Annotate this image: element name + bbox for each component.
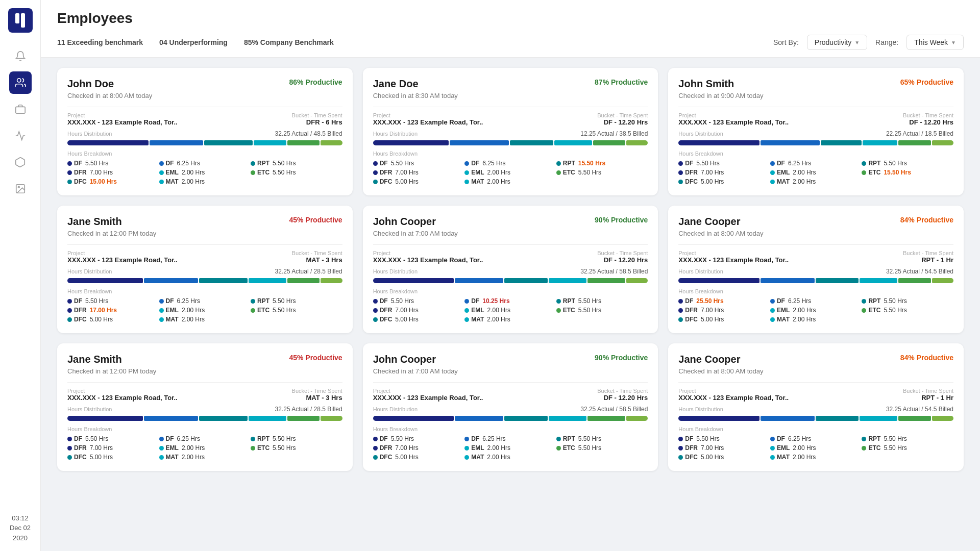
breakdown-item: DF 10.25 Hrs [464,297,556,305]
card-header: John Smith 65% Productive [678,78,953,90]
project-value-row: XXX.XXX - 123 Example Road, Tor.. DF - 1… [678,118,953,126]
breakdown-item: DFC 5.00 Hrs [678,178,770,185]
sidebar-item-analytics[interactable] [9,124,32,147]
hours-dist-label: Hours Distribution [678,406,723,412]
project-row: Project Bucket - Time Spent [373,112,648,118]
project-name: XXX.XXX - 123 Example Road, Tor.. [373,256,483,264]
project-row: Project Bucket - Time Spent [67,250,342,256]
breakdown-item: DFC 5.00 Hrs [373,316,465,323]
project-name: XXX.XXX - 123 Example Road, Tor.. [678,118,789,126]
project-name: XXX.XXX - 123 Example Road, Tor.. [373,394,483,402]
hours-progress-bar [67,278,342,283]
project-row: Project Bucket - Time Spent [67,388,342,394]
breakdown-item: DFC 5.00 Hrs [67,316,159,323]
underperforming-count: 04 [159,38,167,46]
breakdown-item: ETC 15.50 Hrs [862,169,953,176]
breakdown-item: ETC 5.50 Hrs [251,444,342,452]
breakdown-label: Hours Breakdown [67,151,342,157]
card-header: Jane Smith 45% Productive [67,354,342,365]
hours-progress-bar [373,140,648,145]
project-value-row: XXX.XXX - 123 Example Road, Tor.. DF - 1… [373,394,648,402]
sort-by-arrow-icon: ▼ [854,40,860,45]
breakdown-item: MAT 2.00 Hrs [159,316,251,323]
breakdown-item: RPT 15.50 Hrs [556,160,648,167]
hours-progress-bar [373,416,648,421]
sidebar-item-notifications[interactable] [9,45,32,67]
breakdown-item: RPT 5.50 Hrs [251,435,342,442]
breakdown-item: RPT 5.50 Hrs [251,160,342,167]
card-header: John Cooper 90% Productive [373,354,648,365]
breakdown-item: DF 5.50 Hrs [373,160,465,167]
hours-progress-bar [678,416,953,421]
sidebar-item-employees[interactable] [9,71,32,94]
breakdown-item: DF 6.25 Hrs [770,297,862,305]
breakdown-grid: DF 5.50 Hrs DF 6.25 Hrs RPT 5.50 Hrs DFR… [67,160,342,185]
project-row: Project Bucket - Time Spent [678,388,953,394]
bucket-value: RPT - 1 Hr [921,256,953,264]
sort-by-label: Sort By: [773,38,799,46]
bucket-label: Bucket - Time Spent [903,388,953,394]
breakdown-item: DFC 5.00 Hrs [678,316,770,323]
sort-by-value: Productivity [815,38,851,46]
hours-dist-value: 32.25 Actual / 58.5 Billed [580,268,648,275]
breakdown-label: Hours Breakdown [678,288,953,294]
project-label: Project [373,388,390,394]
breakdown-item: DF 6.25 Hrs [159,297,251,305]
bucket-value: DF - 12.20 Hrs [604,394,648,402]
employee-name: John Cooper [373,216,436,228]
breakdown-item: EML 2.00 Hrs [464,444,556,452]
project-name: XXX.XXX - 123 Example Road, Tor.. [678,394,789,402]
sidebar-time: 03:12 Dec 02 2020 [10,513,31,543]
employee-card: Jane Doe 87% Productive Checked in at 8:… [363,68,658,195]
productive-badge: 45% Productive [289,354,342,362]
hours-dist-row: Hours Distribution 32.25 Actual / 28.5 B… [67,406,342,413]
project-value-row: XXX.XXX - 123 Example Road, Tor.. MAT - … [67,256,342,264]
project-label: Project [678,112,696,118]
card-header: Jane Smith 45% Productive [67,216,342,228]
sort-by-dropdown[interactable]: Productivity ▼ [807,35,867,50]
project-value-row: XXX.XXX - 123 Example Road, Tor.. DF - 1… [373,118,648,126]
sidebar-item-inventory[interactable] [9,151,32,173]
breakdown-item: DF 6.25 Hrs [159,435,251,442]
breakdown-item: DF 5.50 Hrs [678,435,770,442]
range-label: Range: [875,38,898,46]
breakdown-grid: DF 5.50 Hrs DF 6.25 Hrs RPT 5.50 Hrs DFR… [678,435,953,461]
checkin-time: Checked in at 7:00 AM today [373,367,648,375]
project-label: Project [678,250,696,256]
breakdown-item: DFC 5.00 Hrs [373,178,465,185]
breakdown-item: EML 2.00 Hrs [770,169,862,176]
productive-badge: 90% Productive [595,354,648,362]
checkin-time: Checked in at 12:00 PM today [67,367,342,375]
hours-dist-label: Hours Distribution [678,131,723,137]
svg-point-3 [18,186,19,188]
range-arrow-icon: ▼ [951,40,956,45]
svg-rect-1 [15,107,24,113]
breakdown-item: DFC 5.00 Hrs [678,454,770,461]
hours-progress-bar [373,278,648,283]
project-row: Project Bucket - Time Spent [678,112,953,118]
hours-progress-bar [678,278,953,283]
hours-dist-label: Hours Distribution [67,268,112,274]
hours-dist-row: Hours Distribution 32.25 Actual / 54.5 B… [678,406,953,413]
employee-name: John Smith [678,78,734,90]
breakdown-item: RPT 5.50 Hrs [862,160,953,167]
checkin-time: Checked in at 8:00 AM today [678,230,953,237]
breakdown-label: Hours Breakdown [373,151,648,157]
employee-name: Jane Cooper [678,354,740,365]
underperforming-label: Underperforming [169,38,228,46]
hours-dist-value: 22.25 Actual / 18.5 Billed [886,130,953,137]
breakdown-item: ETC 5.50 Hrs [556,444,648,452]
sidebar-item-jobs[interactable] [9,98,32,120]
exceeding-label: Exceeding benchmark [67,38,143,46]
employee-card: Jane Smith 45% Productive Checked in at … [57,343,353,471]
checkin-time: Checked in at 9:00 AM today [678,92,953,99]
productive-badge: 45% Productive [289,216,342,224]
breakdown-item: MAT 2.00 Hrs [770,316,862,323]
range-dropdown[interactable]: This Week ▼ [906,35,964,50]
breakdown-item: DF 5.50 Hrs [67,435,159,442]
breakdown-item: DFR 7.00 Hrs [373,307,465,314]
sidebar-item-media[interactable] [9,178,32,200]
employee-card: John Smith 65% Productive Checked in at … [668,68,964,195]
employee-name: Jane Smith [67,216,122,228]
employee-name: John Cooper [373,354,436,365]
